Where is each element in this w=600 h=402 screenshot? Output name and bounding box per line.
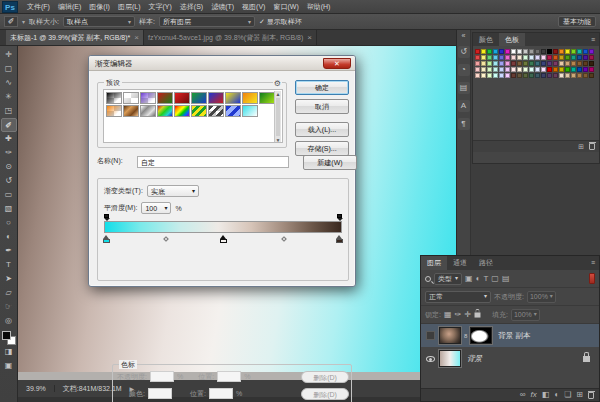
mask-link-icon[interactable]: 8 — [464, 333, 467, 339]
filter-type-layers-icon[interactable]: T — [483, 273, 488, 285]
gradient-preset[interactable] — [225, 105, 241, 117]
color-swatch[interactable] — [565, 55, 570, 60]
color-swatch[interactable] — [523, 61, 528, 66]
color-swatch[interactable] — [523, 49, 528, 54]
hidden-eye-checkbox[interactable] — [426, 331, 435, 340]
color-swatch[interactable] — [559, 73, 564, 78]
color-swatch[interactable] — [505, 55, 510, 60]
gradient-preset[interactable] — [106, 92, 122, 104]
color-swatch[interactable] — [529, 55, 534, 60]
color-swatch[interactable] — [511, 49, 516, 54]
gradient-preset[interactable] — [157, 105, 173, 117]
color-swatch[interactable] — [499, 67, 504, 72]
layer-name[interactable]: 背景 — [464, 354, 482, 364]
quick-mask-icon[interactable]: ◨ — [1, 345, 17, 359]
color-swatch[interactable] — [475, 73, 480, 78]
rectangular-marquee-tool[interactable]: ▢ — [1, 62, 17, 76]
color-swatch[interactable] — [481, 55, 486, 60]
color-swatch[interactable] — [577, 55, 582, 60]
color-stop-right[interactable] — [336, 235, 343, 243]
delete-layer-icon[interactable] — [588, 392, 594, 399]
menu-item[interactable]: 文字(Y) — [144, 0, 175, 13]
panel-menu-icon[interactable]: ≡ — [587, 33, 599, 46]
close-icon[interactable]: ✕ — [323, 58, 351, 69]
type-tool[interactable]: T — [1, 258, 17, 272]
new-layer-icon[interactable]: ⊞ — [576, 389, 583, 401]
midpoint-diamond[interactable] — [281, 236, 287, 242]
lock-transparency-icon[interactable]: ▦ — [444, 309, 452, 321]
color-swatch[interactable] — [541, 55, 546, 60]
color-swatch[interactable] — [541, 67, 546, 72]
zoom-level-field[interactable]: 39.9% — [26, 385, 55, 392]
scroll-thumb[interactable] — [276, 98, 280, 136]
preset-scrollbar[interactable]: ▲ ▼ — [274, 91, 281, 143]
color-swatch[interactable] — [565, 73, 570, 78]
lock-position-icon[interactable]: ✛ — [464, 309, 471, 321]
color-stop-middle[interactable] — [220, 235, 227, 243]
gradient-preset[interactable] — [174, 92, 190, 104]
color-swatch[interactable] — [571, 73, 576, 78]
foreground-color-swatch[interactable] — [2, 331, 11, 340]
color-swatch[interactable] — [547, 67, 552, 72]
color-swatch[interactable] — [481, 67, 486, 72]
tab-paths[interactable]: 路径 — [473, 256, 499, 270]
ok-button[interactable]: 确定 — [295, 80, 349, 95]
stop-opacity-input[interactable] — [150, 371, 174, 382]
lock-pixels-icon[interactable]: ✑ — [455, 309, 462, 321]
hand-tool[interactable]: ☞ — [1, 300, 17, 314]
gradient-tool[interactable]: ▧ — [1, 202, 17, 216]
save-button[interactable]: 存储(S)... — [295, 141, 349, 156]
menu-item[interactable]: 视图(V) — [238, 0, 269, 13]
blend-mode-select[interactable]: 正常▾ — [425, 291, 491, 303]
gradient-preset[interactable] — [140, 105, 156, 117]
sample-select[interactable]: 所有图层▾ — [159, 16, 255, 27]
menu-item[interactable]: 帮助(H) — [303, 0, 335, 13]
color-swatch[interactable] — [547, 49, 552, 54]
layer-thumbnail[interactable] — [439, 327, 461, 344]
opacity-stop-right[interactable] — [337, 214, 342, 221]
color-swatch[interactable] — [499, 55, 504, 60]
menu-item[interactable]: 编辑(E) — [54, 0, 85, 13]
color-swatch[interactable] — [559, 49, 564, 54]
gradient-preset[interactable] — [191, 92, 207, 104]
menu-item[interactable]: 图层(L) — [114, 0, 145, 13]
color-swatch[interactable] — [517, 67, 522, 72]
color-swatch[interactable] — [487, 67, 492, 72]
add-mask-icon[interactable]: ◧ — [542, 389, 550, 401]
color-swatch[interactable] — [481, 49, 486, 54]
lasso-tool[interactable]: ∿ — [1, 76, 17, 90]
menu-item[interactable]: 选择(S) — [176, 0, 207, 13]
move-tool[interactable]: ✛ — [1, 48, 17, 62]
color-swatch[interactable] — [571, 55, 576, 60]
color-swatch[interactable] — [493, 73, 498, 78]
gradient-preview-bar[interactable] — [104, 221, 342, 233]
color-swatch[interactable] — [547, 61, 552, 66]
styles-panel-icon[interactable]: ▤ — [458, 82, 470, 94]
color-swatch[interactable] — [481, 61, 486, 66]
scroll-up-icon[interactable]: ▲ — [275, 91, 281, 97]
color-swatch[interactable] — [547, 55, 552, 60]
gradient-preset[interactable] — [106, 105, 122, 117]
color-swatch[interactable] — [571, 67, 576, 72]
gradient-preset[interactable] — [157, 92, 173, 104]
color-swatch[interactable] — [535, 61, 540, 66]
history-panel-icon[interactable]: ↺ — [458, 46, 470, 58]
color-swatch[interactable] — [589, 55, 594, 60]
workspace-switcher-button[interactable]: 基本功能 — [558, 16, 596, 27]
menu-item[interactable]: 文件(F) — [23, 0, 54, 13]
opacity-stop-left[interactable] — [104, 214, 109, 221]
eraser-tool[interactable]: ▭ — [1, 188, 17, 202]
close-icon[interactable]: × — [307, 31, 312, 45]
character-panel-icon[interactable]: A — [458, 100, 470, 112]
new-group-icon[interactable]: ❏ — [564, 389, 571, 401]
color-swatch[interactable] — [505, 67, 510, 72]
tab-swatches[interactable]: 色板 — [499, 33, 525, 46]
color-swatch[interactable] — [475, 67, 480, 72]
gradient-preset[interactable] — [140, 92, 156, 104]
color-swatch[interactable] — [583, 61, 588, 66]
menu-item[interactable]: 滤镜(T) — [207, 0, 238, 13]
color-swatch[interactable] — [541, 61, 546, 66]
color-swatch[interactable] — [475, 49, 480, 54]
crop-tool[interactable]: ◳ — [1, 104, 17, 118]
color-swatch[interactable] — [505, 73, 510, 78]
